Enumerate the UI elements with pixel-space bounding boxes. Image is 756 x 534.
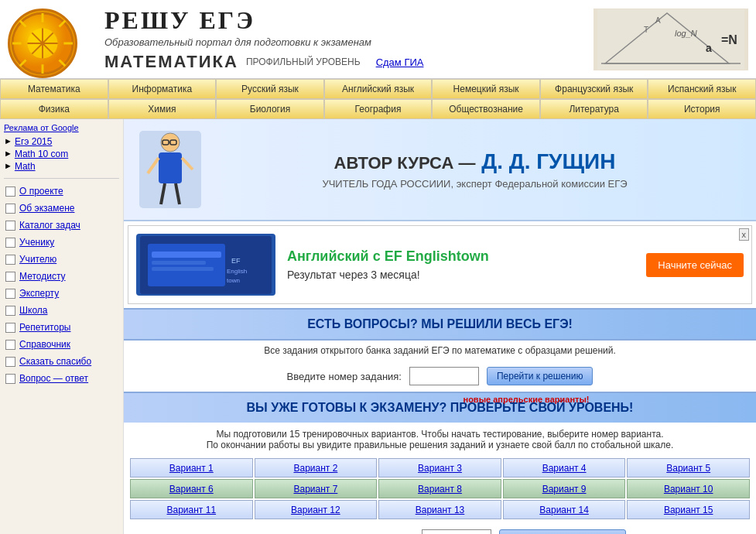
sidebar-item-school[interactable]: Школа (4, 302, 119, 319)
sidebar-link-student[interactable]: Ученику (19, 237, 54, 248)
nav-informatics[interactable]: Информатика (108, 79, 217, 99)
variant-link-2[interactable]: Вариант 2 (293, 463, 337, 474)
sidebar-item-student[interactable]: Ученику (4, 234, 119, 251)
sidebar-checkbox-1[interactable] (5, 187, 15, 197)
nav-literature[interactable]: Литература (540, 99, 648, 119)
variant-cell-15: Вариант 15 (627, 500, 750, 519)
sidebar-checkbox-9[interactable] (5, 323, 15, 333)
variant-link-8[interactable]: Вариант 8 (418, 484, 462, 495)
sidebar-checkbox-2[interactable] (5, 204, 15, 214)
math-level: ПРОФИЛЬНЫЙ УРОВЕНЬ (246, 56, 361, 67)
sidebar-item-expert[interactable]: Эксперту (4, 285, 119, 302)
task-solve-button[interactable]: Перейти к решению (487, 367, 593, 385)
sidebar-checkbox-8[interactable] (5, 306, 15, 316)
sidebar-checkbox-7[interactable] (5, 289, 15, 299)
sidebar-checkbox-5[interactable] (5, 255, 15, 265)
svg-text:A: A (655, 16, 661, 25)
author-name: АВТОР КУРСА — Д. Д. ГУЩИН (209, 149, 741, 174)
sidebar-ad-link-1[interactable]: Егэ 2015 (15, 136, 53, 147)
nav-geography[interactable]: География (324, 99, 433, 119)
variant-link-3[interactable]: Вариант 3 (418, 463, 462, 474)
teacher-variant-input[interactable] (422, 529, 491, 534)
nav-social[interactable]: Обществознание (432, 99, 540, 119)
sidebar-item-thanks[interactable]: Сказать спасибо (4, 353, 119, 370)
english-ad-button[interactable]: Начните сейчас (646, 253, 744, 277)
sidebar-link-thanks[interactable]: Сказать спасибо (19, 356, 91, 367)
sidebar-ad-item-3: ► Math (4, 161, 119, 172)
nav-russian[interactable]: Русский язык (216, 79, 324, 99)
sidebar-item-about-exam[interactable]: Об экзамене (4, 200, 119, 217)
variant-link-7[interactable]: Вариант 7 (293, 484, 337, 495)
sidebar-link-qa[interactable]: Вопрос — ответ (19, 373, 88, 384)
variant-link-13[interactable]: Вариант 13 (416, 505, 465, 515)
sidebar-link-school[interactable]: Школа (19, 305, 47, 316)
variant-cell-10: Вариант 10 (627, 479, 750, 498)
sidebar-link-catalog[interactable]: Каталог задач (19, 220, 80, 231)
nav-spanish[interactable]: Испанский язык (648, 79, 756, 99)
sidebar-ad-link-3[interactable]: Math (15, 161, 36, 172)
section1-header: ЕСТЬ ВОПРОСЫ? МЫ РЕШИЛИ ВЕСЬ ЕГЭ! (124, 308, 756, 341)
header-text-block: РЕШУ ЕГЭ Образовательный портал для подг… (104, 6, 594, 72)
variant-link-14[interactable]: Вариант 14 (539, 505, 589, 515)
gia-link[interactable]: Сдам ГИА (376, 56, 424, 68)
svg-text:EF: EF (231, 257, 241, 265)
variant-cell-7: Вариант 7 (255, 479, 378, 498)
sidebar-checkbox-11[interactable] (5, 357, 15, 367)
english-ad-close-icon[interactable]: x (739, 228, 750, 241)
sidebar-checkbox-12[interactable] (5, 374, 15, 384)
nav-french[interactable]: Французский язык (540, 79, 648, 99)
sidebar-link-teacher[interactable]: Учителю (19, 254, 56, 265)
variant-link-6[interactable]: Вариант 6 (169, 484, 214, 495)
sidebar-checkbox-6[interactable] (5, 272, 15, 282)
author-prefix: АВТОР КУРСА — (334, 153, 476, 173)
author-fullname: Д. Д. ГУЩИН (481, 149, 615, 173)
section2-header: ВЫ УЖЕ ГОТОВЫ К ЭКЗАМЕНУ? ПРОВЕРЬТЕ СВОЙ… (124, 392, 756, 423)
variant-cell-4: Вариант 4 (503, 458, 626, 478)
variant-link-9[interactable]: Вариант 9 (542, 484, 587, 495)
sidebar-item-tutors[interactable]: Репетиторы (4, 319, 119, 336)
teacher-variant-button[interactable]: Перейти к тестированию (499, 529, 626, 534)
sidebar-ad-arrow-3: ► (4, 161, 12, 170)
variant-cell-12: Вариант 12 (255, 500, 378, 519)
nav-history[interactable]: История (648, 99, 756, 119)
sidebar: Реклама от Google ► Егэ 2015 ► Math 10 c… (0, 119, 124, 534)
task-number-input[interactable] (409, 367, 479, 385)
variant-link-4[interactable]: Вариант 4 (542, 463, 587, 474)
sidebar-item-about-project[interactable]: О проекте (4, 183, 119, 200)
sidebar-ad-link-2[interactable]: Math 10 com (15, 149, 68, 159)
sidebar-item-handbook[interactable]: Справочник (4, 336, 119, 353)
variant-link-11[interactable]: Вариант 11 (167, 505, 217, 515)
sidebar-link-about-project[interactable]: О проекте (19, 186, 63, 197)
sidebar-link-handbook[interactable]: Справочник (19, 339, 70, 350)
nav-biology[interactable]: Биология (216, 99, 324, 119)
sidebar-item-methodist[interactable]: Методисту (4, 268, 119, 285)
nav-chemistry[interactable]: Химия (108, 99, 217, 119)
sidebar-item-qa[interactable]: Вопрос — ответ (4, 370, 119, 387)
english-ad-text: Английский с EF Englishtown Результат че… (287, 248, 635, 281)
header-math-row: МАТЕМАТИКА ПРОФИЛЬНЫЙ УРОВЕНЬ Сдам ГИА (104, 52, 594, 72)
variant-link-15[interactable]: Вариант 15 (664, 505, 713, 515)
variant-link-1[interactable]: Вариант 1 (169, 463, 214, 474)
math-title: МАТЕМАТИКА (104, 52, 238, 72)
sidebar-checkbox-3[interactable] (5, 221, 15, 231)
sidebar-checkbox-10[interactable] (5, 340, 15, 350)
variant-link-5[interactable]: Вариант 5 (666, 463, 710, 474)
teacher-variant-area: Вариант, составленный учителем: Перейти … (124, 523, 756, 534)
sidebar-link-expert[interactable]: Эксперту (19, 288, 59, 299)
variant-cell-8: Вариант 8 (378, 479, 501, 498)
nav-german[interactable]: Немецкий язык (432, 79, 540, 99)
sidebar-item-teacher[interactable]: Учителю (4, 251, 119, 268)
sidebar-link-about-exam[interactable]: Об экзамене (19, 203, 74, 214)
sidebar-item-catalog[interactable]: Каталог задач (4, 217, 119, 234)
variant-link-10[interactable]: Вариант 10 (664, 484, 713, 495)
variant-link-12[interactable]: Вариант 12 (291, 505, 340, 515)
sidebar-link-methodist[interactable]: Методисту (19, 271, 66, 282)
nav-math[interactable]: Математика (0, 79, 108, 99)
sidebar-ad-item-1: ► Егэ 2015 (4, 136, 119, 147)
nav-physics[interactable]: Физика (0, 99, 108, 119)
nav-english[interactable]: Английский язык (324, 79, 433, 99)
sidebar-link-tutors[interactable]: Репетиторы (19, 322, 70, 333)
author-text: АВТОР КУРСА — Д. Д. ГУЩИН УЧИТЕЛЬ ГОДА Р… (209, 149, 741, 190)
variants-desc-line1: Мы подготовили 15 тренировочных варианто… (135, 429, 744, 440)
sidebar-checkbox-4[interactable] (5, 238, 15, 248)
